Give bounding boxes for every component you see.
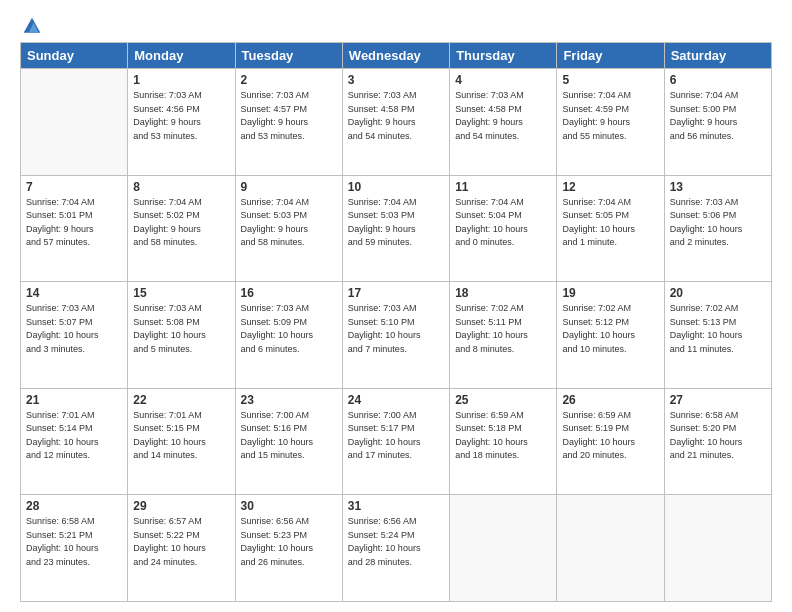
day-header-wednesday: Wednesday [342,43,449,69]
calendar-cell: 24Sunrise: 7:00 AMSunset: 5:17 PMDayligh… [342,388,449,495]
day-detail: Sunrise: 7:04 AMSunset: 5:02 PMDaylight:… [133,196,229,250]
day-number: 29 [133,499,229,513]
day-detail: Sunrise: 7:04 AMSunset: 5:03 PMDaylight:… [241,196,337,250]
day-detail: Sunrise: 7:00 AMSunset: 5:17 PMDaylight:… [348,409,444,463]
day-detail: Sunrise: 7:03 AMSunset: 5:10 PMDaylight:… [348,302,444,356]
day-detail: Sunrise: 6:56 AMSunset: 5:23 PMDaylight:… [241,515,337,569]
day-number: 2 [241,73,337,87]
calendar-cell: 8Sunrise: 7:04 AMSunset: 5:02 PMDaylight… [128,175,235,282]
day-header-monday: Monday [128,43,235,69]
day-number: 10 [348,180,444,194]
day-detail: Sunrise: 6:56 AMSunset: 5:24 PMDaylight:… [348,515,444,569]
day-detail: Sunrise: 7:03 AMSunset: 4:56 PMDaylight:… [133,89,229,143]
week-row-3: 14Sunrise: 7:03 AMSunset: 5:07 PMDayligh… [21,282,772,389]
logo-icon [22,16,42,36]
day-detail: Sunrise: 7:03 AMSunset: 5:07 PMDaylight:… [26,302,122,356]
day-detail: Sunrise: 7:02 AMSunset: 5:12 PMDaylight:… [562,302,658,356]
day-detail: Sunrise: 6:58 AMSunset: 5:20 PMDaylight:… [670,409,766,463]
day-number: 25 [455,393,551,407]
calendar-cell: 29Sunrise: 6:57 AMSunset: 5:22 PMDayligh… [128,495,235,602]
day-detail: Sunrise: 7:04 AMSunset: 5:05 PMDaylight:… [562,196,658,250]
calendar-table: SundayMondayTuesdayWednesdayThursdayFrid… [20,42,772,602]
calendar-cell: 23Sunrise: 7:00 AMSunset: 5:16 PMDayligh… [235,388,342,495]
day-header-thursday: Thursday [450,43,557,69]
day-detail: Sunrise: 7:03 AMSunset: 5:06 PMDaylight:… [670,196,766,250]
day-number: 5 [562,73,658,87]
day-number: 23 [241,393,337,407]
calendar-cell: 19Sunrise: 7:02 AMSunset: 5:12 PMDayligh… [557,282,664,389]
calendar-cell: 9Sunrise: 7:04 AMSunset: 5:03 PMDaylight… [235,175,342,282]
day-detail: Sunrise: 7:04 AMSunset: 5:00 PMDaylight:… [670,89,766,143]
day-detail: Sunrise: 7:02 AMSunset: 5:11 PMDaylight:… [455,302,551,356]
day-detail: Sunrise: 7:04 AMSunset: 5:03 PMDaylight:… [348,196,444,250]
calendar-cell [664,495,771,602]
calendar-cell: 22Sunrise: 7:01 AMSunset: 5:15 PMDayligh… [128,388,235,495]
header [20,16,772,36]
logo [20,16,42,36]
week-row-2: 7Sunrise: 7:04 AMSunset: 5:01 PMDaylight… [21,175,772,282]
calendar-cell: 4Sunrise: 7:03 AMSunset: 4:58 PMDaylight… [450,69,557,176]
day-detail: Sunrise: 7:03 AMSunset: 4:58 PMDaylight:… [348,89,444,143]
calendar-cell: 20Sunrise: 7:02 AMSunset: 5:13 PMDayligh… [664,282,771,389]
page: SundayMondayTuesdayWednesdayThursdayFrid… [0,0,792,612]
calendar-cell: 21Sunrise: 7:01 AMSunset: 5:14 PMDayligh… [21,388,128,495]
calendar-cell: 25Sunrise: 6:59 AMSunset: 5:18 PMDayligh… [450,388,557,495]
calendar-cell [21,69,128,176]
calendar-cell: 11Sunrise: 7:04 AMSunset: 5:04 PMDayligh… [450,175,557,282]
day-detail: Sunrise: 7:01 AMSunset: 5:14 PMDaylight:… [26,409,122,463]
calendar-cell: 10Sunrise: 7:04 AMSunset: 5:03 PMDayligh… [342,175,449,282]
day-number: 15 [133,286,229,300]
week-row-1: 1Sunrise: 7:03 AMSunset: 4:56 PMDaylight… [21,69,772,176]
week-row-4: 21Sunrise: 7:01 AMSunset: 5:14 PMDayligh… [21,388,772,495]
calendar-cell: 6Sunrise: 7:04 AMSunset: 5:00 PMDaylight… [664,69,771,176]
calendar-cell: 14Sunrise: 7:03 AMSunset: 5:07 PMDayligh… [21,282,128,389]
calendar-cell: 7Sunrise: 7:04 AMSunset: 5:01 PMDaylight… [21,175,128,282]
day-number: 20 [670,286,766,300]
day-detail: Sunrise: 6:57 AMSunset: 5:22 PMDaylight:… [133,515,229,569]
day-number: 30 [241,499,337,513]
day-detail: Sunrise: 7:03 AMSunset: 4:57 PMDaylight:… [241,89,337,143]
day-number: 26 [562,393,658,407]
day-number: 18 [455,286,551,300]
day-number: 17 [348,286,444,300]
calendar-cell: 1Sunrise: 7:03 AMSunset: 4:56 PMDaylight… [128,69,235,176]
day-number: 4 [455,73,551,87]
calendar-cell: 27Sunrise: 6:58 AMSunset: 5:20 PMDayligh… [664,388,771,495]
day-number: 13 [670,180,766,194]
day-number: 28 [26,499,122,513]
day-detail: Sunrise: 7:03 AMSunset: 5:08 PMDaylight:… [133,302,229,356]
day-header-tuesday: Tuesday [235,43,342,69]
day-detail: Sunrise: 7:00 AMSunset: 5:16 PMDaylight:… [241,409,337,463]
day-number: 14 [26,286,122,300]
day-header-sunday: Sunday [21,43,128,69]
day-number: 1 [133,73,229,87]
week-row-5: 28Sunrise: 6:58 AMSunset: 5:21 PMDayligh… [21,495,772,602]
day-detail: Sunrise: 7:03 AMSunset: 5:09 PMDaylight:… [241,302,337,356]
day-detail: Sunrise: 7:04 AMSunset: 5:04 PMDaylight:… [455,196,551,250]
day-detail: Sunrise: 7:01 AMSunset: 5:15 PMDaylight:… [133,409,229,463]
calendar-cell: 3Sunrise: 7:03 AMSunset: 4:58 PMDaylight… [342,69,449,176]
calendar-cell: 26Sunrise: 6:59 AMSunset: 5:19 PMDayligh… [557,388,664,495]
day-detail: Sunrise: 6:58 AMSunset: 5:21 PMDaylight:… [26,515,122,569]
calendar-cell: 12Sunrise: 7:04 AMSunset: 5:05 PMDayligh… [557,175,664,282]
calendar-cell: 18Sunrise: 7:02 AMSunset: 5:11 PMDayligh… [450,282,557,389]
day-number: 12 [562,180,658,194]
calendar-cell: 13Sunrise: 7:03 AMSunset: 5:06 PMDayligh… [664,175,771,282]
day-number: 21 [26,393,122,407]
day-number: 9 [241,180,337,194]
day-number: 11 [455,180,551,194]
day-number: 3 [348,73,444,87]
calendar-cell: 2Sunrise: 7:03 AMSunset: 4:57 PMDaylight… [235,69,342,176]
day-detail: Sunrise: 7:03 AMSunset: 4:58 PMDaylight:… [455,89,551,143]
calendar-cell: 15Sunrise: 7:03 AMSunset: 5:08 PMDayligh… [128,282,235,389]
calendar-cell: 17Sunrise: 7:03 AMSunset: 5:10 PMDayligh… [342,282,449,389]
day-detail: Sunrise: 7:02 AMSunset: 5:13 PMDaylight:… [670,302,766,356]
calendar-cell [557,495,664,602]
calendar-cell: 31Sunrise: 6:56 AMSunset: 5:24 PMDayligh… [342,495,449,602]
day-number: 19 [562,286,658,300]
calendar-cell: 5Sunrise: 7:04 AMSunset: 4:59 PMDaylight… [557,69,664,176]
day-detail: Sunrise: 7:04 AMSunset: 5:01 PMDaylight:… [26,196,122,250]
day-number: 31 [348,499,444,513]
calendar-cell [450,495,557,602]
day-number: 24 [348,393,444,407]
